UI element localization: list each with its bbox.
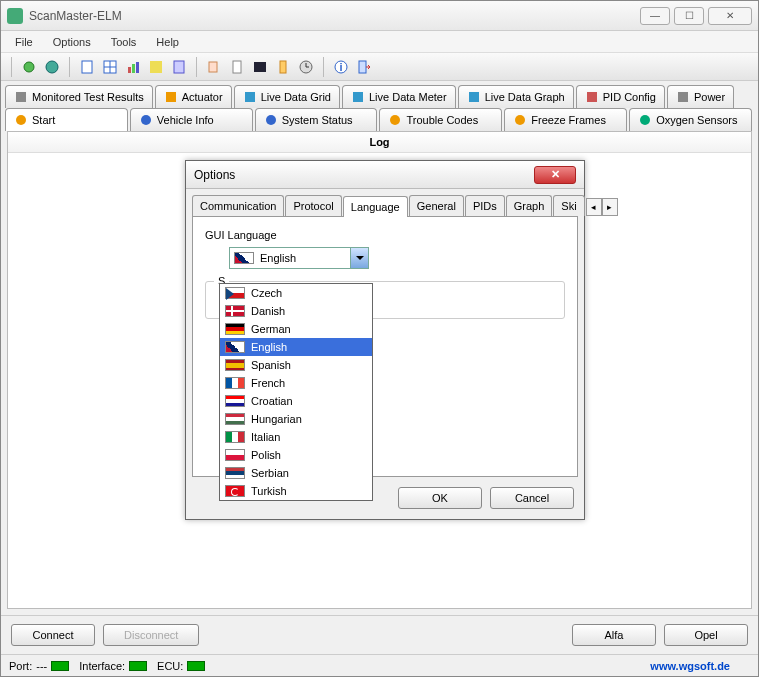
- tool-info-icon[interactable]: i: [331, 57, 351, 77]
- tool-trip-icon[interactable]: [273, 57, 293, 77]
- minimize-button[interactable]: —: [640, 7, 670, 25]
- tab-start[interactable]: Start: [5, 108, 128, 131]
- menu-options[interactable]: Options: [43, 33, 101, 51]
- tool-globe-icon[interactable]: [42, 57, 62, 77]
- flag-icon: [225, 485, 245, 497]
- cancel-button[interactable]: Cancel: [490, 487, 574, 509]
- tool-terminal-icon[interactable]: [250, 57, 270, 77]
- tab-actuator[interactable]: Actuator: [155, 85, 232, 108]
- svg-point-29: [141, 115, 151, 125]
- window-title: ScanMaster-ELM: [29, 9, 640, 23]
- status-interface-label: Interface:: [79, 660, 125, 672]
- opel-button[interactable]: Opel: [664, 624, 748, 646]
- tool-grid-icon[interactable]: [100, 57, 120, 77]
- flag-icon: [225, 449, 245, 461]
- language-combo[interactable]: English: [229, 247, 369, 269]
- language-dropdown[interactable]: CzechDanishGermanEnglishSpanishFrenchCro…: [219, 283, 373, 501]
- connect-button[interactable]: Connect: [11, 624, 95, 646]
- gui-language-label: GUI Language: [205, 229, 565, 241]
- combo-dropdown-button[interactable]: [350, 248, 368, 268]
- language-option-danish[interactable]: Danish: [220, 302, 372, 320]
- tab-oxygen-sensors[interactable]: Oxygen Sensors: [629, 108, 752, 131]
- flag-icon: [225, 413, 245, 425]
- language-option-czech[interactable]: Czech: [220, 284, 372, 302]
- svg-rect-2: [82, 61, 92, 73]
- tab-system-status[interactable]: System Status: [255, 108, 378, 131]
- status-port-label: Port:: [9, 660, 32, 672]
- language-option-hungarian[interactable]: Hungarian: [220, 410, 372, 428]
- language-option-turkish[interactable]: Turkish: [220, 482, 372, 500]
- dialog-tab-ski[interactable]: Ski: [553, 195, 584, 216]
- flag-icon: [225, 467, 245, 479]
- tab-pid-config[interactable]: PID Config: [576, 85, 665, 108]
- language-option-serbian[interactable]: Serbian: [220, 464, 372, 482]
- tool-doc-icon[interactable]: [77, 57, 97, 77]
- language-option-italian[interactable]: Italian: [220, 428, 372, 446]
- app-icon: [7, 8, 23, 24]
- flag-icon: [225, 323, 245, 335]
- toolbar: i: [1, 53, 758, 81]
- svg-rect-10: [174, 61, 184, 73]
- dialog-tab-pids[interactable]: PIDs: [465, 195, 505, 216]
- svg-point-1: [46, 61, 58, 73]
- tab-monitored-test-results[interactable]: Monitored Test Results: [5, 85, 153, 108]
- tool-doc2-icon[interactable]: [169, 57, 189, 77]
- tab-live-data-graph[interactable]: Live Data Graph: [458, 85, 574, 108]
- tool-map-icon[interactable]: [146, 57, 166, 77]
- menu-tools[interactable]: Tools: [101, 33, 147, 51]
- svg-rect-13: [254, 62, 266, 72]
- svg-rect-8: [136, 62, 139, 73]
- maximize-button[interactable]: ☐: [674, 7, 704, 25]
- status-port-value: ---: [36, 660, 47, 672]
- flag-icon: [225, 377, 245, 389]
- statusbar: Port: --- Interface: ECU: www.wgsoft.de: [1, 654, 758, 676]
- tool-chart-icon[interactable]: [123, 57, 143, 77]
- tab-scroll-left[interactable]: ◂: [586, 198, 602, 216]
- dialog-tabs: CommunicationProtocolLanguageGeneralPIDs…: [192, 195, 578, 217]
- ok-button[interactable]: OK: [398, 487, 482, 509]
- close-button[interactable]: ✕: [708, 7, 752, 25]
- flag-icon: [225, 341, 245, 353]
- menubar: File Options Tools Help: [1, 31, 758, 53]
- language-option-english[interactable]: English: [220, 338, 372, 356]
- dialog-tab-graph[interactable]: Graph: [506, 195, 553, 216]
- dialog-tab-general[interactable]: General: [409, 195, 464, 216]
- bottom-panel: Connect Disconnect Alfa Opel: [1, 615, 758, 654]
- language-option-croatian[interactable]: Croatian: [220, 392, 372, 410]
- tab-power[interactable]: Power: [667, 85, 734, 108]
- tool-paste-icon[interactable]: [227, 57, 247, 77]
- dialog-tab-communication[interactable]: Communication: [192, 195, 284, 216]
- dialog-tab-language[interactable]: Language: [343, 196, 408, 217]
- tool-connect-icon[interactable]: [19, 57, 39, 77]
- language-option-german[interactable]: German: [220, 320, 372, 338]
- svg-point-28: [16, 115, 26, 125]
- tool-exit-icon[interactable]: [354, 57, 374, 77]
- tab-vehicle-info[interactable]: Vehicle Info: [130, 108, 253, 131]
- port-led-icon: [51, 661, 69, 671]
- tool-clock-icon[interactable]: [296, 57, 316, 77]
- language-option-french[interactable]: French: [220, 374, 372, 392]
- tool-copy-icon[interactable]: [204, 57, 224, 77]
- tab-live-data-grid[interactable]: Live Data Grid: [234, 85, 340, 108]
- svg-rect-11: [209, 62, 217, 72]
- svg-rect-12: [233, 61, 241, 73]
- svg-point-0: [24, 62, 34, 72]
- menu-help[interactable]: Help: [146, 33, 189, 51]
- dialog-close-button[interactable]: ✕: [534, 166, 576, 184]
- dialog-tab-protocol[interactable]: Protocol: [285, 195, 341, 216]
- titlebar: ScanMaster-ELM — ☐ ✕: [1, 1, 758, 31]
- alfa-button[interactable]: Alfa: [572, 624, 656, 646]
- flag-icon: [225, 431, 245, 443]
- svg-point-31: [390, 115, 400, 125]
- language-option-polish[interactable]: Polish: [220, 446, 372, 464]
- tab-freeze-frames[interactable]: Freeze Frames: [504, 108, 627, 131]
- interface-led-icon: [129, 661, 147, 671]
- svg-rect-25: [469, 92, 479, 102]
- tab-live-data-meter[interactable]: Live Data Meter: [342, 85, 456, 108]
- svg-text:i: i: [339, 61, 342, 73]
- language-option-spanish[interactable]: Spanish: [220, 356, 372, 374]
- tab-scroll-right[interactable]: ▸: [602, 198, 618, 216]
- menu-file[interactable]: File: [5, 33, 43, 51]
- tab-trouble-codes[interactable]: Trouble Codes: [379, 108, 502, 131]
- website-link[interactable]: www.wgsoft.de: [650, 660, 730, 672]
